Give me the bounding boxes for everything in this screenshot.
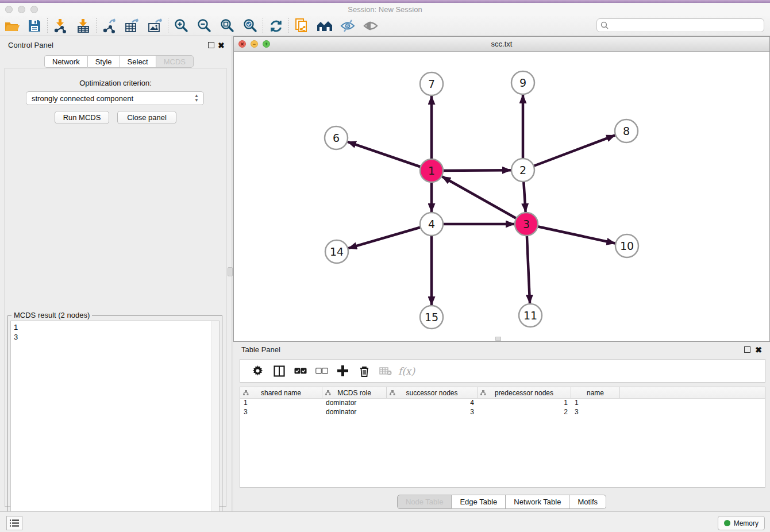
hide-selected-button[interactable]: [336, 17, 359, 35]
cell-mcds-role: dominator: [322, 408, 387, 417]
panel-divider-handle[interactable]: [228, 267, 233, 276]
graph-node-10[interactable]: 10: [615, 234, 638, 257]
save-session-button[interactable]: [23, 17, 46, 35]
table-panel-divider-handle[interactable]: [495, 337, 501, 341]
graph-node-label: 6: [333, 132, 340, 144]
close-panel-button[interactable]: Close panel: [117, 111, 176, 124]
column-header-name[interactable]: name: [571, 387, 620, 398]
export-image-button[interactable]: [144, 17, 167, 35]
toolbar-separator: [96, 18, 97, 34]
run-mcds-button[interactable]: Run MCDS: [55, 111, 109, 124]
import-network-button[interactable]: [49, 17, 72, 35]
refresh-icon: [269, 19, 283, 33]
mcds-result-textarea[interactable]: 1 3: [10, 321, 220, 531]
app-window: Session: New Session: [0, 0, 770, 532]
close-panel-icon[interactable]: ✖: [218, 41, 225, 50]
control-panel: Control Panel ✖ Network Style Select MCD…: [0, 36, 231, 511]
delete-table-button[interactable]: [375, 361, 396, 381]
two-houses-icon: [316, 20, 333, 32]
graph-edge-1-6[interactable]: [348, 142, 432, 171]
open-session-button[interactable]: [0, 17, 23, 35]
select-all-columns-button[interactable]: [290, 361, 311, 381]
cell-shared-name: 3: [240, 408, 322, 417]
graph-node-label: 4: [428, 218, 435, 230]
export-table-button[interactable]: [121, 17, 144, 35]
tab-network[interactable]: Network: [44, 55, 88, 68]
tab-style[interactable]: Style: [88, 55, 120, 68]
result-line: 3: [14, 332, 216, 342]
duplicate-network-button[interactable]: [290, 17, 313, 35]
cell-predecessor-nodes: 2: [478, 408, 571, 417]
titlebar: Session: New Session: [0, 3, 770, 16]
deselect-all-columns-button[interactable]: [311, 361, 332, 381]
cell-successor-nodes: 4: [387, 399, 478, 408]
export-network-icon: [102, 18, 117, 33]
tab-network-table[interactable]: Network Table: [506, 495, 569, 509]
table-row[interactable]: 3 dominator 3 2 3: [240, 408, 765, 417]
tab-mcds[interactable]: MCDS: [156, 55, 194, 68]
graph-node-6[interactable]: 6: [325, 126, 348, 149]
float-panel-icon[interactable]: [744, 346, 750, 353]
trash-icon: [359, 365, 369, 377]
delete-column-button[interactable]: [353, 361, 375, 381]
optimization-criterion-select[interactable]: strongly connected component ▲▼: [26, 91, 204, 105]
tab-edge-table[interactable]: Edge Table: [452, 495, 506, 509]
graph-edge-4-14[interactable]: [348, 224, 432, 248]
graph-edge-3-10[interactable]: [526, 224, 615, 244]
network-graph-canvas[interactable]: 1234678910111415: [234, 52, 769, 341]
graph-node-label: 9: [519, 76, 526, 89]
graph-node-8[interactable]: 8: [615, 119, 638, 142]
status-bar: Memory: [0, 511, 770, 532]
tab-motifs[interactable]: Motifs: [569, 495, 606, 509]
close-panel-icon[interactable]: ✖: [755, 345, 762, 354]
graph-node-3[interactable]: 3: [515, 213, 538, 236]
column-header-successor-nodes[interactable]: successor nodes: [387, 387, 478, 398]
create-column-button[interactable]: [332, 361, 353, 381]
duplicate-network-icon: [294, 18, 309, 34]
float-panel-icon[interactable]: [208, 42, 214, 48]
zoom-in-button[interactable]: [170, 17, 192, 35]
show-all-button[interactable]: [359, 17, 382, 35]
main-toolbar: [0, 16, 770, 36]
table-panel: Table Panel ✖: [233, 342, 770, 511]
graph-node-15[interactable]: 15: [420, 306, 443, 329]
tab-node-table[interactable]: Node Table: [397, 495, 452, 509]
memory-label: Memory: [734, 519, 759, 527]
tab-select[interactable]: Select: [120, 55, 156, 68]
zoom-selected-button[interactable]: [238, 17, 261, 35]
graph-edge-3-1[interactable]: [442, 176, 526, 224]
first-neighbors-button[interactable]: [313, 17, 336, 35]
graph-node-7[interactable]: 7: [420, 72, 443, 95]
task-history-button[interactable]: [6, 516, 22, 530]
graph-node-4[interactable]: 4: [420, 213, 443, 236]
search-input[interactable]: [611, 21, 764, 29]
zoom-fit-button[interactable]: [215, 17, 238, 35]
toolbar-separator: [168, 18, 168, 34]
function-builder-button[interactable]: f(x): [396, 361, 417, 381]
zoom-out-button[interactable]: [192, 17, 215, 35]
graph-node-1[interactable]: 1: [420, 159, 443, 182]
import-table-button[interactable]: [72, 17, 95, 35]
graph-node-2[interactable]: 2: [511, 159, 534, 182]
graph-node-9[interactable]: 9: [511, 71, 534, 94]
graph-node-label: 1: [428, 164, 435, 177]
table-settings-button[interactable]: [247, 361, 268, 381]
result-scrollbar[interactable]: [211, 321, 219, 530]
column-header-shared-name[interactable]: shared name: [240, 387, 322, 398]
toolbar-separator: [47, 18, 48, 34]
graph-node-label: 7: [428, 78, 435, 90]
column-header-predecessor-nodes[interactable]: predecessor nodes: [478, 387, 571, 398]
show-column-panel-button[interactable]: [268, 361, 290, 381]
network-window-titlebar: ✕ − + scc.txt: [234, 37, 769, 52]
graph-node-11[interactable]: 11: [519, 304, 542, 327]
export-network-button[interactable]: [98, 17, 121, 35]
graph-edge-2-8[interactable]: [523, 135, 615, 170]
plus-icon: [337, 365, 348, 376]
graph-node-14[interactable]: 14: [325, 240, 348, 263]
column-header-mcds-role[interactable]: MCDS role: [322, 387, 387, 398]
table-row[interactable]: 1 dominator 4 1 1: [240, 399, 765, 408]
refresh-button[interactable]: [264, 17, 287, 35]
memory-button[interactable]: Memory: [718, 516, 765, 530]
graph-node-label: 14: [330, 245, 344, 258]
cell-shared-name: 1: [240, 399, 322, 408]
